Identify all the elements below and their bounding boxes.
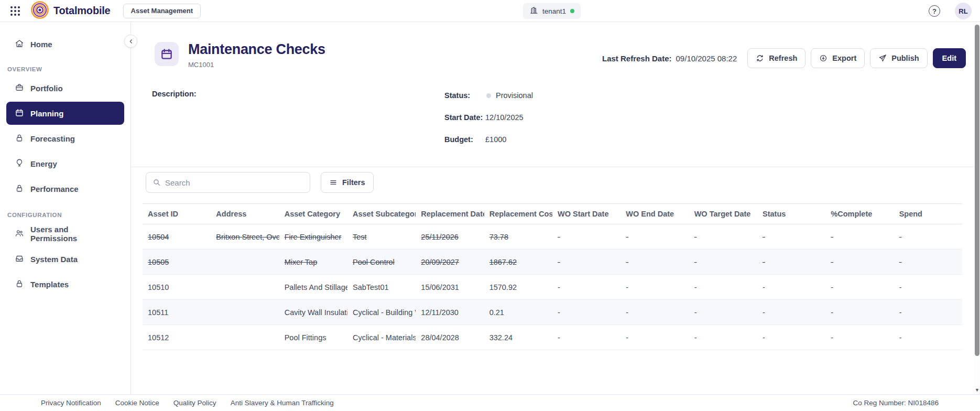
cell-asset-id: 10512 bbox=[143, 333, 211, 342]
edit-button[interactable]: Edit bbox=[933, 48, 966, 68]
calendar-icon bbox=[160, 47, 173, 61]
cell-asset-subcategory: Pool Control bbox=[347, 258, 416, 266]
sidebar-item-label: Energy bbox=[30, 159, 57, 168]
column-header-address[interactable]: Address bbox=[211, 210, 279, 218]
column-header-wo-end-date[interactable]: WO End Date bbox=[620, 210, 689, 218]
cell-status: - bbox=[757, 258, 825, 266]
lock-icon bbox=[15, 279, 24, 290]
export-button[interactable]: Export bbox=[811, 48, 865, 68]
search-input[interactable] bbox=[165, 178, 303, 187]
tenant-selector[interactable]: tenant1 bbox=[523, 3, 581, 19]
cell-spend: - bbox=[894, 333, 962, 342]
last-refresh-value: 09/10/2025 08:22 bbox=[676, 54, 737, 63]
sidebar-item-performance[interactable]: Performance bbox=[6, 177, 124, 200]
refresh-button[interactable]: Refresh bbox=[747, 48, 805, 68]
tenant-status-dot bbox=[570, 9, 574, 13]
footer: Privacy Notification Cookie Notice Quali… bbox=[0, 394, 980, 411]
cell-asset-subcategory: SabTest01 bbox=[347, 283, 416, 291]
cell-asset-category: Fire Extinguisher bbox=[279, 233, 347, 241]
cell-address: Britxon Street, Ove bbox=[211, 233, 279, 241]
column-header-spend[interactable]: Spend bbox=[894, 210, 962, 218]
cell-asset-subcategory: Test bbox=[347, 233, 416, 241]
sidebar-item-home[interactable]: Home bbox=[6, 34, 124, 55]
table-row[interactable]: 10510 Pallets And Stillage SabTest01 15/… bbox=[143, 275, 962, 300]
column-header-replacement-date[interactable]: Replacement Date bbox=[416, 210, 484, 218]
table-row[interactable]: 10504 Britxon Street, Ove Fire Extinguis… bbox=[143, 224, 962, 250]
sidebar-section-overview: OVERVIEW bbox=[7, 66, 130, 72]
app-launcher-icon[interactable] bbox=[8, 4, 22, 18]
section-divider bbox=[131, 167, 980, 167]
column-header-wo-start-date[interactable]: WO Start Date bbox=[552, 210, 620, 218]
calendar-icon bbox=[15, 108, 24, 119]
paper-plane-icon bbox=[878, 54, 887, 62]
table-body: 10504 Britxon Street, Ove Fire Extinguis… bbox=[143, 224, 962, 350]
brand-name: Totalmobile bbox=[53, 5, 111, 17]
scrollbar-down-arrow-icon[interactable]: ▼ bbox=[974, 387, 980, 393]
cell-wo-start-date: - bbox=[552, 333, 620, 342]
sidebar: Home OVERVIEW Portfolio Planning bbox=[0, 22, 131, 394]
cell-spend: - bbox=[894, 283, 962, 291]
publish-button[interactable]: Publish bbox=[870, 48, 927, 68]
budget-row: Budget: £1000 bbox=[444, 135, 533, 144]
search-box bbox=[146, 172, 310, 193]
cell-asset-subcategory: Cyclical - Building W bbox=[347, 308, 416, 317]
table-header-row: Asset ID Address Asset Category Asset Su… bbox=[143, 203, 962, 224]
column-header-asset-subcategory[interactable]: Asset Subcategory bbox=[347, 210, 416, 218]
footer-link-quality-policy[interactable]: Quality Policy bbox=[173, 399, 216, 407]
column-header-wo-target-date[interactable]: WO Target Date bbox=[689, 210, 757, 218]
asset-management-button[interactable]: Asset Management bbox=[123, 4, 201, 18]
table-row[interactable]: 10512 Pool Fittings Cyclical - Materials… bbox=[143, 325, 962, 350]
cell-wo-target-date: - bbox=[689, 283, 757, 291]
scrollbar-thumb[interactable] bbox=[975, 25, 979, 356]
cell-asset-subcategory: Cyclical - Materials bbox=[347, 333, 416, 342]
cell-percent-complete: - bbox=[825, 308, 894, 317]
cell-wo-start-date: - bbox=[552, 233, 620, 241]
help-icon[interactable]: ? bbox=[929, 5, 940, 17]
budget-label: Budget: bbox=[444, 135, 485, 144]
vertical-scrollbar[interactable]: ▼ bbox=[974, 23, 980, 394]
sidebar-item-templates[interactable]: Templates bbox=[6, 273, 124, 296]
cell-asset-id: 10505 bbox=[143, 258, 211, 266]
sidebar-collapse-button[interactable] bbox=[124, 35, 137, 48]
column-header-percent-complete[interactable]: %Complete bbox=[825, 210, 894, 218]
cell-replacement-date: 15/06/2031 bbox=[416, 283, 484, 291]
sidebar-item-portfolio[interactable]: Portfolio bbox=[6, 77, 124, 100]
refresh-icon bbox=[756, 54, 764, 62]
sidebar-item-system-data[interactable]: System Data bbox=[6, 247, 124, 271]
footer-link-anti-slavery[interactable]: Anti Slavery & Human Trafficking bbox=[231, 399, 334, 407]
column-header-asset-category[interactable]: Asset Category bbox=[279, 210, 347, 218]
cell-wo-start-date: - bbox=[552, 308, 620, 317]
cell-wo-end-date: - bbox=[620, 283, 689, 291]
cell-percent-complete: - bbox=[825, 233, 894, 241]
tenant-name: tenant1 bbox=[542, 7, 566, 15]
cell-status: - bbox=[757, 333, 825, 342]
sidebar-item-label: Forecasting bbox=[30, 134, 75, 143]
table-row[interactable]: 10505 Mixer Tap Pool Control 20/09/2027 … bbox=[143, 250, 962, 275]
sidebar-item-energy[interactable]: Energy bbox=[6, 152, 124, 175]
filters-button[interactable]: Filters bbox=[321, 172, 374, 193]
plan-type-badge bbox=[155, 42, 179, 66]
footer-link-privacy-notification[interactable]: Privacy Notification bbox=[41, 399, 101, 407]
column-header-asset-id[interactable]: Asset ID bbox=[143, 210, 211, 218]
footer-link-cookie-notice[interactable]: Cookie Notice bbox=[115, 399, 159, 407]
cell-spend: - bbox=[894, 258, 962, 266]
user-avatar[interactable]: RL bbox=[955, 3, 972, 19]
column-header-replacement-cost[interactable]: Replacement Cost bbox=[484, 210, 552, 218]
table-toolbar: Filters bbox=[146, 172, 374, 193]
cell-asset-category: Mixer Tap bbox=[279, 258, 347, 266]
lock-icon bbox=[15, 133, 24, 144]
table-row[interactable]: 10511 Cavity Wall Insulati Cyclical - Bu… bbox=[143, 300, 962, 325]
cell-status: - bbox=[757, 283, 825, 291]
sidebar-item-planning[interactable]: Planning bbox=[6, 102, 124, 125]
start-date-label: Start Date: bbox=[444, 113, 485, 122]
sidebar-item-users-and-permissions[interactable]: Users and Permissions bbox=[6, 222, 124, 245]
cell-spend: - bbox=[894, 308, 962, 317]
sidebar-item-forecasting[interactable]: Forecasting bbox=[6, 127, 124, 150]
column-header-status[interactable]: Status bbox=[757, 210, 825, 218]
status-label: Status: bbox=[444, 91, 485, 100]
main-content: Maintenance Checks MC1001 Last Refresh D… bbox=[131, 22, 980, 394]
home-icon bbox=[15, 39, 24, 50]
budget-value: £1000 bbox=[485, 135, 506, 144]
cell-replacement-cost: 1570.92 bbox=[484, 283, 552, 291]
cell-asset-category: Cavity Wall Insulati bbox=[279, 308, 347, 317]
